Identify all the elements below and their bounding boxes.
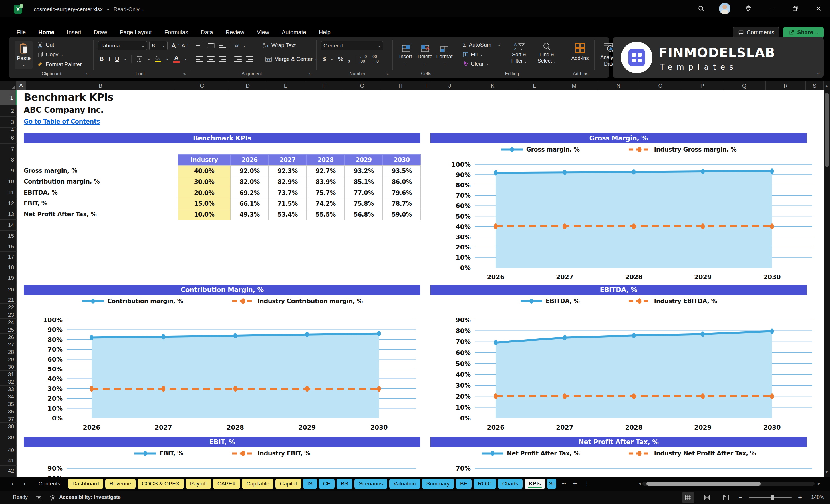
fill-button[interactable]: Fill⌄ [463, 52, 501, 58]
row-header-4[interactable]: 4 [0, 128, 17, 132]
decrease-indent-button[interactable] [234, 56, 242, 62]
align-bottom-button[interactable] [219, 43, 226, 48]
row-header-22[interactable]: 22 [0, 304, 17, 311]
italic-button[interactable]: I [108, 56, 110, 62]
row-header-12[interactable]: 12 [0, 198, 17, 209]
sheet-tab-scenarios[interactable]: Scenarios [354, 478, 387, 489]
table-of-contents-link[interactable]: Go to Table of Contents [24, 118, 100, 125]
table-cell[interactable]: 56.8% [345, 209, 383, 220]
sheet-tab-is[interactable]: IS [303, 478, 317, 489]
column-header-C[interactable]: C [175, 81, 229, 90]
bold-button[interactable]: B [99, 56, 103, 62]
table-col-header-2030[interactable]: 2030 [383, 154, 421, 165]
increase-font-button[interactable]: Aˆ [171, 41, 179, 50]
font-color-dropdown[interactable]: ⌄ [184, 57, 187, 61]
align-center-button[interactable] [207, 56, 215, 62]
table-cell[interactable]: 93.2% [345, 165, 383, 177]
row-header-19[interactable]: 19 [0, 273, 17, 283]
page-layout-view-button[interactable] [701, 492, 713, 503]
ribbon-tab-review[interactable]: Review [220, 28, 249, 37]
ribbon-tab-home[interactable]: Home [33, 28, 60, 37]
copy-button[interactable]: Copy⌄ [37, 52, 82, 58]
ribbon-tab-data[interactable]: Data [196, 28, 218, 37]
table-cell[interactable]: 79.6% [383, 187, 421, 198]
ribbon-tab-formulas[interactable]: Formulas [159, 28, 193, 37]
row-header-41[interactable]: 41 [0, 455, 17, 466]
sheet-tab-payroll[interactable]: Payroll [186, 478, 211, 489]
paste-button[interactable]: Paste⌄ [15, 41, 33, 69]
row-header-7[interactable]: 7 [0, 144, 17, 154]
comments-button[interactable]: Comments [733, 27, 779, 38]
table-col-header-2028[interactable]: 2028 [307, 154, 345, 165]
table-col-header-2026[interactable]: 2026 [230, 154, 268, 165]
share-button[interactable]: Share ⌄ [783, 27, 824, 38]
select-all-corner[interactable] [0, 81, 17, 90]
clear-button[interactable]: Clear⌄ [463, 61, 501, 67]
borders-icon[interactable] [136, 56, 143, 62]
row-header-24[interactable]: 24 [0, 319, 17, 326]
row-header-42[interactable]: 42 [0, 466, 17, 476]
sheet-tab-cogs-opex[interactable]: COGS & OPEX [137, 478, 184, 489]
next-sheet-arrow[interactable]: › [23, 480, 25, 487]
zoom-out-button[interactable]: − [738, 494, 742, 501]
column-header-L[interactable]: L [518, 81, 551, 90]
sort-filter-button[interactable]: AZ Sort &Filter ⌄ [507, 42, 532, 65]
sheet-tab-revenue[interactable]: Revenue [105, 478, 135, 489]
format-painter-button[interactable]: Format Painter [37, 61, 82, 67]
underline-button[interactable]: U [115, 56, 119, 62]
column-header-N[interactable]: N [598, 81, 640, 90]
row-header-29[interactable]: 29 [0, 356, 17, 363]
table-cell-industry[interactable]: 40.0% [178, 165, 230, 177]
table-cell[interactable]: 74.2% [307, 198, 345, 209]
column-header-P[interactable]: P [681, 81, 723, 90]
table-cell[interactable]: 59.0% [383, 209, 421, 220]
table-cell[interactable]: 75.8% [345, 198, 383, 209]
ribbon-tab-view[interactable]: View [252, 28, 274, 37]
add-ins-button[interactable]: Add-ins [568, 42, 592, 62]
decrease-decimal-button[interactable]: .00→.0 [371, 54, 379, 63]
row-header-35[interactable]: 35 [0, 401, 17, 408]
table-cell[interactable]: 53.4% [268, 209, 307, 220]
number-dialog-launcher[interactable]: ⇘ [386, 71, 389, 76]
column-header-G[interactable]: G [343, 81, 381, 90]
new-sheet-button[interactable]: + [573, 479, 577, 488]
row-header-31[interactable]: 31 [0, 371, 17, 378]
sheet-tab-capex[interactable]: CAPEX [213, 478, 240, 489]
increase-decimal-button[interactable]: ←.0.00 [359, 54, 367, 63]
table-cell[interactable]: 55.5% [307, 209, 345, 220]
column-header-M[interactable]: M [551, 81, 598, 90]
percent-format-button[interactable]: % [338, 56, 344, 62]
row-header-23[interactable]: 23 [0, 311, 17, 319]
table-cell-industry[interactable]: 20.0% [178, 187, 230, 198]
table-cell-industry[interactable]: 30.0% [178, 176, 230, 187]
align-top-button[interactable] [196, 43, 203, 48]
column-header-Q[interactable]: Q [723, 81, 766, 90]
collapse-ribbon-chevron[interactable]: ⌄ [817, 70, 820, 75]
table-cell[interactable]: 83.9% [307, 176, 345, 187]
table-cell[interactable]: 66.1% [230, 198, 268, 209]
row-header-36[interactable]: 36 [0, 408, 17, 415]
format-cells-button[interactable]: Format⌄ [435, 41, 454, 69]
row-header-17[interactable]: 17 [0, 252, 17, 262]
table-cell[interactable]: 73.7% [268, 187, 307, 198]
ribbon-tab-file[interactable]: File [11, 28, 31, 37]
column-header-K[interactable]: K [467, 81, 518, 90]
more-sheets-button[interactable]: ••• [562, 481, 566, 486]
align-right-button[interactable] [219, 56, 226, 62]
font-name-select[interactable]: Tahoma⌄ [98, 41, 147, 50]
ribbon-tab-insert[interactable]: Insert [62, 28, 86, 37]
zoom-in-button[interactable]: + [798, 494, 802, 501]
row-header-32[interactable]: 32 [0, 378, 17, 385]
row-header-27[interactable]: 27 [0, 341, 17, 348]
fill-color-button[interactable] [155, 56, 161, 62]
table-cell[interactable]: 93.5% [383, 165, 421, 177]
sheet-tab-valuation[interactable]: Valuation [389, 478, 420, 489]
table-cell[interactable]: 92.0% [230, 165, 268, 177]
sheet-tab-capital[interactable]: Capital [276, 478, 301, 489]
number-format-select[interactable]: General⌄ [321, 41, 383, 50]
table-cell[interactable]: 75.7% [307, 187, 345, 198]
sheet-tab-kpis[interactable]: KPIs [524, 478, 545, 489]
scroll-up-arrow[interactable]: ▲ [825, 84, 829, 88]
column-header-F[interactable]: F [305, 81, 343, 90]
column-header-I[interactable]: I [420, 81, 433, 90]
